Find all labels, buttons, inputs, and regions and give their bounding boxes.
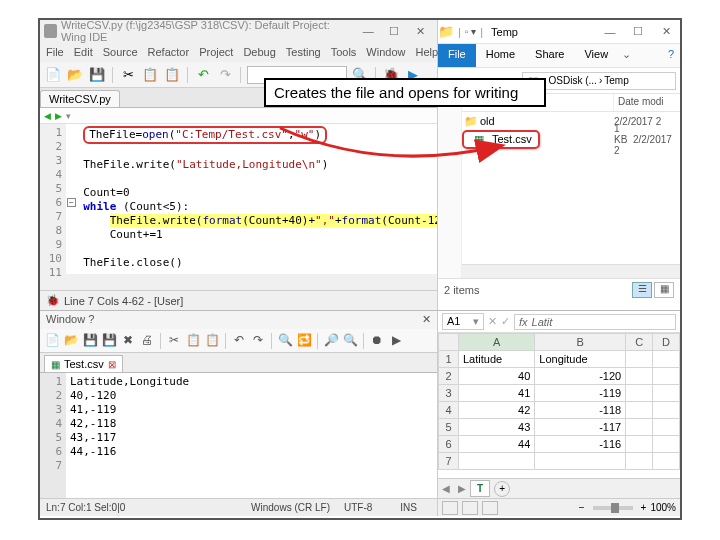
name-box[interactable]: A1 ▾ (442, 313, 484, 330)
cut-icon[interactable]: ✂ (119, 66, 137, 84)
menu-tools[interactable]: Tools (331, 46, 357, 58)
zoom-in-button[interactable]: + (641, 502, 647, 513)
redo-icon[interactable]: ↷ (250, 333, 266, 349)
paste-icon[interactable]: 📋 (204, 333, 220, 349)
text-editor-statusbar: Ln:7 Col:1 Sel:0|0 Windows (CR LF) UTF-8… (40, 498, 437, 516)
zoom-in-icon[interactable]: 🔎 (323, 333, 339, 349)
file-explorer-window: 📁 | ▫ ▾ | Temp — ☐ ✕ File Home Share Vie… (438, 20, 680, 310)
explorer-file-list[interactable]: Name Date modi 📁 old 2/2/2017 2 ▦ Test.c… (462, 94, 680, 278)
menu-window[interactable]: Window (366, 46, 405, 58)
maximize-button[interactable]: ☐ (381, 25, 407, 38)
annotation-callout: Creates the file and opens for writing (264, 78, 546, 107)
column-date[interactable]: Date modi (614, 94, 680, 111)
replace-icon[interactable]: 🔁 (296, 333, 312, 349)
grid-row: 240-120 (439, 368, 680, 385)
grid-row: 543-117 (439, 419, 680, 436)
maximize-button[interactable]: ☐ (624, 25, 652, 38)
paste-icon[interactable]: 📋 (163, 66, 181, 84)
menu-edit[interactable]: Edit (74, 46, 93, 58)
fx-cancel-icon[interactable]: ✕ (488, 315, 497, 328)
normal-view-button[interactable] (442, 501, 458, 515)
cut-icon[interactable]: ✂ (166, 333, 182, 349)
save-icon[interactable]: 💾 (88, 66, 106, 84)
minimize-button[interactable]: — (355, 25, 381, 37)
zoom-level[interactable]: 100% (650, 502, 676, 513)
copy-icon[interactable]: 📋 (141, 66, 159, 84)
close-icon[interactable]: ✖ (120, 333, 136, 349)
menu-project[interactable]: Project (199, 46, 233, 58)
text-editor-body[interactable]: 1234567 Latitude,Longitude 40,-120 41,-1… (40, 373, 437, 498)
tab-file[interactable]: File (438, 44, 476, 67)
bug-icon: 🐞 (46, 294, 60, 307)
nav-back-icon[interactable]: ◀ (44, 111, 51, 121)
record-icon[interactable]: ⏺ (369, 333, 385, 349)
zoom-out-button[interactable]: − (579, 502, 585, 513)
wing-ide-window: WriteCSV.py (f:\jg2345\GSP 318\CSV): Def… (40, 20, 438, 310)
print-icon[interactable]: 🖨 (139, 333, 155, 349)
text-editor-toolbar: 📄 📂 💾 💾 ✖ 🖨 ✂ 📋 📋 ↶ ↷ 🔍 🔁 🔎 🔍 ⏺ ▶ (40, 329, 437, 353)
close-button[interactable]: ✕ (652, 25, 680, 38)
help-icon[interactable]: ? (662, 44, 680, 67)
menu-debug[interactable]: Debug (243, 46, 275, 58)
ide-titlebar: WriteCSV.py (f:\jg2345\GSP 318\CSV): Def… (40, 20, 437, 42)
grid-row: 7 (439, 453, 680, 470)
minimize-button[interactable]: — (596, 26, 624, 38)
text-editor-tab[interactable]: ▦ Test.csv ⊠ (44, 355, 123, 372)
fx-accept-icon[interactable]: ✓ (501, 315, 510, 328)
close-tab-icon[interactable]: ⊠ (108, 359, 116, 370)
menu-testing[interactable]: Testing (286, 46, 321, 58)
undo-icon[interactable]: ↶ (231, 333, 247, 349)
play-icon[interactable]: ▶ (388, 333, 404, 349)
icons-view-button[interactable]: ▦ (654, 282, 674, 298)
editor-tab[interactable]: WriteCSV.py (40, 90, 120, 107)
zoom-out-icon[interactable]: 🔍 (342, 333, 358, 349)
fold-icon[interactable]: − (67, 198, 76, 207)
code-editor[interactable]: 1234567891011 TheFile=open("C:Temp/Test.… (40, 124, 437, 274)
formula-input[interactable]: fx Latit (514, 314, 676, 330)
excel-sheet-tabs: ◀ ▶ T + (438, 478, 680, 498)
add-sheet-button[interactable]: + (494, 481, 510, 497)
nav-fwd-icon[interactable]: ▶ (55, 111, 62, 121)
horizontal-scrollbar[interactable] (462, 264, 680, 278)
new-file-icon[interactable]: 📄 (44, 66, 62, 84)
find-icon[interactable]: 🔍 (277, 333, 293, 349)
code-content[interactable]: TheFile=open("C:Temp/Test.csv","w") TheF… (66, 124, 437, 274)
sheet-nav-right-icon[interactable]: ▶ (454, 483, 470, 494)
open-folder-icon[interactable]: 📂 (66, 66, 84, 84)
qat-dropdown-icon[interactable]: ▫ ▾ (465, 26, 476, 37)
close-button[interactable]: ✕ (407, 25, 433, 38)
menu-refactor[interactable]: Refactor (148, 46, 190, 58)
nav-dropdown-icon[interactable]: ▾ (66, 111, 71, 121)
excel-file-icon: ▦ (470, 133, 488, 146)
close-panel-button[interactable]: ✕ (422, 313, 431, 327)
new-icon[interactable]: 📄 (44, 333, 60, 349)
menu-source[interactable]: Source (103, 46, 138, 58)
excel-statusbar: − + 100% (438, 498, 680, 516)
sheet-nav-left-icon[interactable]: ◀ (438, 483, 454, 494)
spreadsheet-grid[interactable]: ABCD 1LatitudeLongitude 240-120 341-119 … (438, 333, 680, 478)
undo-icon[interactable]: ↶ (194, 66, 212, 84)
sheet-tab[interactable]: T (470, 480, 490, 497)
tab-share[interactable]: Share (525, 44, 574, 67)
ribbon-expand-icon[interactable]: ⌄ (618, 44, 635, 67)
save-icon[interactable]: 💾 (82, 333, 98, 349)
page-layout-button[interactable] (462, 501, 478, 515)
redo-icon[interactable]: ↷ (216, 66, 234, 84)
menu-help[interactable]: Help (415, 46, 438, 58)
details-view-button[interactable]: ☰ (632, 282, 652, 298)
menu-file[interactable]: File (46, 46, 64, 58)
grid-row: 442-118 (439, 402, 680, 419)
page-break-button[interactable] (482, 501, 498, 515)
copy-icon[interactable]: 📋 (185, 333, 201, 349)
grid-row: 1LatitudeLongitude (439, 351, 680, 368)
tab-view[interactable]: View (574, 44, 618, 67)
line-gutter: 1234567891011 (40, 124, 66, 274)
tab-home[interactable]: Home (476, 44, 525, 67)
file-row-csv[interactable]: ▦ Test.csv 1 KB 2/2/2017 2 (462, 130, 680, 148)
explorer-tree-pane[interactable] (438, 94, 462, 278)
text-content[interactable]: Latitude,Longitude 40,-120 41,-119 42,-1… (66, 373, 437, 498)
excel-formula-bar: A1 ▾ ✕ ✓ fx Latit (438, 311, 680, 333)
zoom-slider[interactable] (593, 506, 633, 510)
saveall-icon[interactable]: 💾 (101, 333, 117, 349)
open-icon[interactable]: 📂 (63, 333, 79, 349)
